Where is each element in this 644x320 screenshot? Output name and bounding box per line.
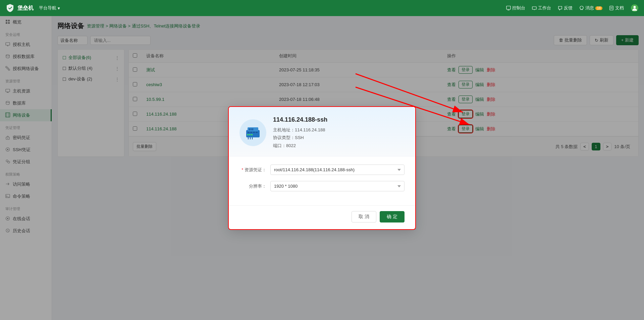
nav-right: 控制台 工作台 反馈 消息 18 文档 (506, 4, 639, 12)
svg-rect-4 (610, 6, 613, 10)
svg-rect-2 (532, 7, 536, 9)
credential-row: 资源凭证： root/114.116.24.188(114.116.24.188… (239, 165, 405, 175)
nav-avatar[interactable] (631, 4, 639, 12)
nav-console[interactable]: 控制台 (506, 5, 525, 11)
svg-rect-43 (250, 132, 252, 133)
confirm-button[interactable]: 确 定 (380, 211, 405, 222)
credential-label: 资源凭证： (239, 167, 266, 173)
svg-rect-40 (251, 128, 252, 130)
modal-body: 资源凭证： root/114.116.24.188(114.116.24.188… (229, 156, 415, 205)
platform-nav[interactable]: 平台导航 ▾ (39, 5, 60, 11)
cancel-button[interactable]: 取 消 (352, 211, 376, 222)
nav-messages[interactable]: 消息 18 (579, 5, 602, 11)
top-nav: 堡垒机 平台导航 ▾ 控制台 工作台 反馈 消息 18 文档 (0, 0, 644, 16)
credential-select[interactable]: root/114.116.24.188(114.116.24.188-ssh) (270, 165, 405, 175)
nav-workbench[interactable]: 工作台 (532, 5, 551, 11)
svg-rect-42 (248, 132, 250, 133)
svg-rect-45 (256, 132, 258, 133)
nav-feedback[interactable]: 反馈 (558, 5, 573, 11)
svg-point-46 (247, 134, 249, 135)
svg-point-48 (251, 134, 253, 135)
device-info: 114.116.24.188-ssh 主机地址：114.116.24.188 协… (273, 116, 327, 149)
modal-device-header: 114.116.24.188-ssh 主机地址：114.116.24.188 协… (229, 107, 415, 156)
resolution-label: 分辨率： (239, 183, 266, 189)
device-icon-wrap (239, 119, 266, 146)
login-modal: 114.116.24.188-ssh 主机地址：114.116.24.188 协… (228, 106, 416, 230)
logo: 堡垒机 (5, 3, 34, 13)
modal-device-name: 114.116.24.188-ssh (273, 116, 327, 123)
device-icon (244, 123, 262, 142)
nav-docs[interactable]: 文档 (609, 5, 624, 11)
modal-footer: 取 消 确 定 (229, 205, 415, 229)
svg-rect-0 (506, 6, 511, 9)
svg-rect-39 (249, 128, 250, 130)
svg-point-8 (634, 6, 636, 8)
modal-overlay: 114.116.24.188-ssh 主机地址：114.116.24.188 协… (0, 16, 644, 320)
svg-point-47 (249, 134, 251, 135)
svg-rect-41 (252, 128, 253, 130)
resolution-row: 分辨率： 1920 * 1080 (239, 181, 405, 191)
svg-rect-44 (253, 132, 255, 133)
resolution-select[interactable]: 1920 * 1080 (270, 181, 405, 191)
